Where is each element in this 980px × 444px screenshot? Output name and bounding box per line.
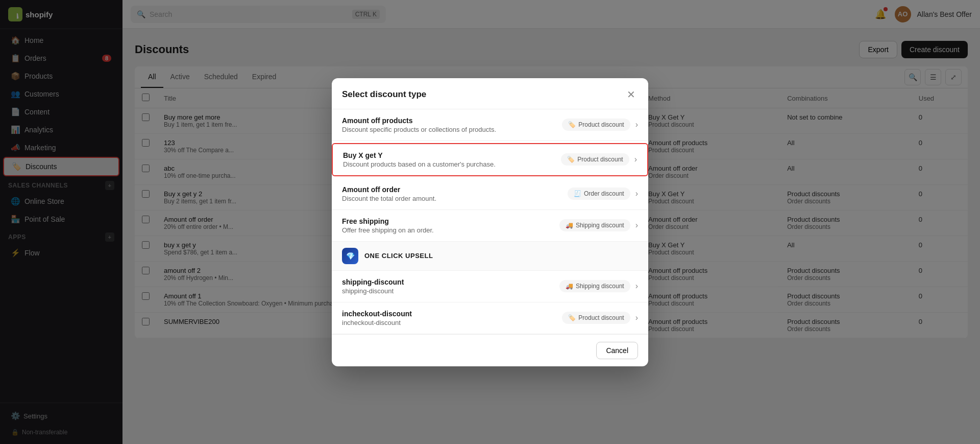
discount-option-text: incheckout-discount incheckout-discount xyxy=(342,310,562,326)
discount-option-text: Free shipping Offer free shipping on an … xyxy=(342,217,559,234)
discount-option-title: Amount off order xyxy=(342,185,568,194)
app-section-label: ONE CLICK UPSELL xyxy=(364,252,433,260)
cancel-button[interactable]: Cancel xyxy=(596,342,638,359)
modal-header: Select discount type ✕ xyxy=(332,78,648,109)
discount-option-text: Amount off products Discount specific pr… xyxy=(342,116,562,133)
discount-option-title: Buy X get Y xyxy=(343,151,561,159)
truck-icon: 🚚 xyxy=(566,222,573,229)
discount-option-desc: Offer free shipping on an order. xyxy=(342,226,559,234)
discount-option-buy-x-get-y[interactable]: Buy X get Y Discount products based on a… xyxy=(332,143,648,176)
tag-icon: 🏷️ xyxy=(568,121,576,128)
app-section-header: 💎 ONE CLICK UPSELL xyxy=(332,242,648,271)
product-discount-badge-1: 🏷️ Product discount xyxy=(562,119,630,131)
discount-option-text: Amount off order Discount the total orde… xyxy=(342,185,568,202)
chevron-right-icon: › xyxy=(635,282,638,291)
discount-option-title: incheckout-discount xyxy=(342,310,562,318)
one-click-upsell-icon: 💎 xyxy=(342,248,358,264)
discount-option-text: Buy X get Y Discount products based on a… xyxy=(343,151,561,168)
product-discount-badge-3: 🏷️ Product discount xyxy=(562,312,630,324)
badge-label: Product discount xyxy=(577,156,623,163)
badge-label: Product discount xyxy=(578,121,624,128)
discount-option-desc: incheckout-discount xyxy=(342,319,562,326)
badge-label: Product discount xyxy=(578,314,624,321)
tag-icon-2: 🏷️ xyxy=(568,314,576,321)
chevron-right-icon: › xyxy=(634,155,637,164)
badge-label: Shipping discount xyxy=(576,222,624,229)
chevron-right-icon: › xyxy=(635,313,638,322)
badge-label: Shipping discount xyxy=(576,283,624,290)
modal-body: Amount off products Discount specific pr… xyxy=(332,109,648,334)
upsell-icon-letter: 💎 xyxy=(346,252,355,260)
product-discount-badge-2: 🏷️ Product discount xyxy=(561,153,629,166)
tag-icon: 🏷️ xyxy=(567,156,575,163)
shipping-discount-badge-2: 🚚 Shipping discount xyxy=(559,280,630,292)
modal-footer: Cancel xyxy=(332,334,648,366)
discount-option-desc: Discount the total order amount. xyxy=(342,195,568,202)
discount-option-amount-off-order[interactable]: Amount off order Discount the total orde… xyxy=(332,178,648,210)
badge-label: Order discount xyxy=(584,190,624,197)
modal-overlay: Select discount type ✕ Amount off produc… xyxy=(0,0,980,444)
discount-option-desc: shipping-discount xyxy=(342,287,559,295)
discount-option-title: shipping-discount xyxy=(342,278,559,286)
chevron-right-icon: › xyxy=(635,189,638,198)
discount-option-desc: Discount specific products or collection… xyxy=(342,126,562,133)
discount-option-title: Free shipping xyxy=(342,217,559,225)
order-discount-badge: 🧾 Order discount xyxy=(568,188,630,200)
modal-title: Select discount type xyxy=(342,89,426,100)
shipping-discount-badge-1: 🚚 Shipping discount xyxy=(559,219,630,231)
chevron-right-icon: › xyxy=(635,221,638,230)
chevron-right-icon: › xyxy=(635,120,638,129)
truck-icon-2: 🚚 xyxy=(566,283,573,290)
discount-option-title: Amount off products xyxy=(342,116,562,125)
discount-option-incheckout-discount[interactable]: incheckout-discount incheckout-discount … xyxy=(332,302,648,334)
order-icon: 🧾 xyxy=(574,190,581,197)
select-discount-type-modal: Select discount type ✕ Amount off produc… xyxy=(332,78,648,366)
discount-option-text: shipping-discount shipping-discount xyxy=(342,278,559,295)
discount-option-shipping-discount[interactable]: shipping-discount shipping-discount 🚚 Sh… xyxy=(332,271,648,302)
discount-option-desc: Discount products based on a customer's … xyxy=(343,160,561,168)
discount-option-free-shipping[interactable]: Free shipping Offer free shipping on an … xyxy=(332,210,648,242)
modal-close-button[interactable]: ✕ xyxy=(624,87,638,102)
discount-option-amount-off-products[interactable]: Amount off products Discount specific pr… xyxy=(332,109,648,141)
